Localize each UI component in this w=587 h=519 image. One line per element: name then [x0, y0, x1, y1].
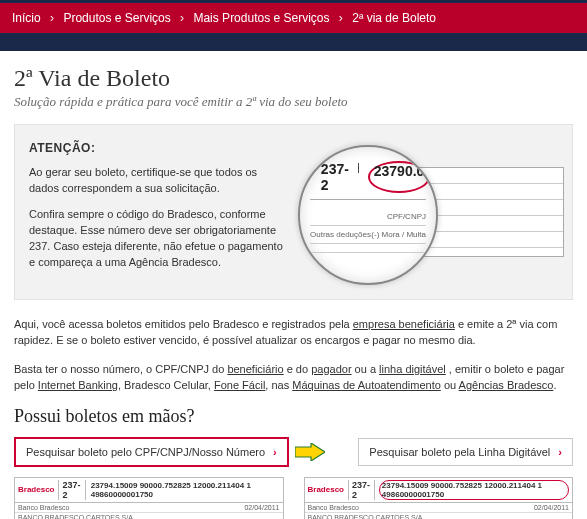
search-by-linha-digitavel-button[interactable]: Pesquisar boleto pela Linha Digitável › [358, 438, 573, 466]
magnifier-lens: | 237-2 | 23790.0 CPF/CNPJ Outras deduçõ… [298, 145, 438, 285]
breadcrumb-mais-produtos[interactable]: Mais Produtos e Serviços [193, 11, 329, 25]
page-subtitle: Solução rápida e prática para você emiti… [14, 94, 573, 110]
mini-digit-line: 23794.15009 90000.752825 12000.211404 1 … [90, 480, 280, 500]
breadcrumb-current: 2ª via de Boleto [352, 11, 436, 25]
link-fone-facil[interactable]: Fone Fácil [214, 379, 265, 391]
breadcrumb-home[interactable]: Início [12, 11, 41, 25]
breadcrumb-produtos[interactable]: Produtos e Serviços [63, 11, 170, 25]
linha-digitavel-highlight: 23794.15009 90000.752825 12000.211404 1 … [379, 480, 569, 500]
bank-code-separator: | [357, 161, 360, 193]
bradesco-logo: Bradesco [18, 485, 54, 494]
breadcrumb-separator: › [339, 11, 343, 25]
page-title: 2ª Via de Boleto [14, 65, 573, 92]
field-mora-multa: (-) Mora / Multa [371, 230, 426, 239]
possui-heading: Possui boletos em mãos? [14, 406, 573, 427]
boleto-slip-background [384, 167, 564, 257]
bank-code-separator: | [310, 161, 313, 193]
bradesco-logo: Bradesco [308, 485, 344, 494]
breadcrumb-separator: › [50, 11, 54, 25]
alert-title: ATENÇÃO: [29, 141, 558, 155]
link-internet-banking[interactable]: Internet Banking [38, 379, 118, 391]
boleto-sample-linha: Bradesco 237-2 23794.15009 90000.752825 … [304, 477, 574, 519]
highlighted-boleto-code: 23790.0 [368, 161, 431, 193]
breadcrumb: Início › Produtos e Serviços › Mais Prod… [0, 0, 587, 51]
alert-paragraph-1: Ao gerar seu boleto, certifique-se que t… [29, 165, 289, 197]
link-empresa-beneficiaria[interactable]: empresa beneficiária [353, 318, 455, 330]
info-paragraph-2: Basta ter o nosso número, o CPF/CNPJ do … [14, 361, 573, 394]
boleto-sample-cpf: Bradesco 237-2 23794.15009 90000.752825 … [14, 477, 284, 519]
link-maquinas-autoatendimento[interactable]: Máquinas de Autoatendimento [292, 379, 441, 391]
alert-body: Ao gerar seu boleto, certifique-se que t… [29, 165, 289, 271]
chevron-right-icon: › [273, 446, 277, 458]
link-linha-digitavel[interactable]: linha digitável [379, 363, 446, 375]
breadcrumb-separator: › [180, 11, 184, 25]
svg-marker-0 [295, 443, 325, 461]
field-outras-deducoes: Outras deduções [310, 230, 371, 239]
link-beneficiario[interactable]: beneficiário [227, 363, 283, 375]
mini-bank-code: 237-2 [348, 480, 375, 500]
pointer-arrow-icon [295, 443, 325, 461]
boleto-illustration: | 237-2 | 23790.0 CPF/CNPJ Outras deduçõ… [294, 145, 564, 285]
link-pagador[interactable]: pagador [311, 363, 351, 375]
mini-bank-code: 237-2 [58, 480, 85, 500]
info-paragraph-1: Aqui, você acessa boletos emitidos pelo … [14, 316, 573, 349]
alert-paragraph-2: Confira sempre o código do Bradesco, con… [29, 207, 289, 271]
chevron-right-icon: › [558, 446, 562, 458]
search-by-cpf-cnpj-button[interactable]: Pesquisar boleto pelo CPF/CNPJ/Nosso Núm… [14, 437, 289, 467]
field-cpf-cnpj: CPF/CNPJ [387, 212, 426, 221]
link-agencias-bradesco[interactable]: Agências Bradesco [459, 379, 554, 391]
bank-code: 237-2 [321, 161, 349, 193]
alert-box: ATENÇÃO: Ao gerar seu boleto, certifique… [14, 124, 573, 300]
